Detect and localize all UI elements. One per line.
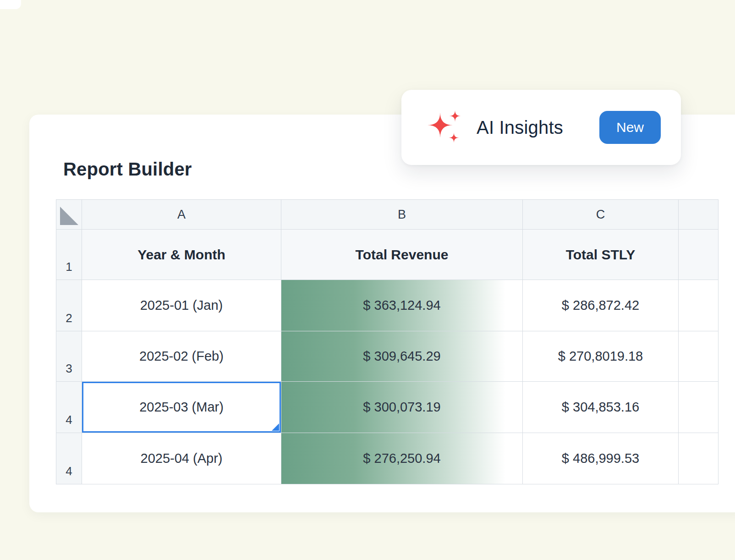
cell-B2[interactable]: $ 363,124.94: [281, 280, 523, 331]
cell-B5[interactable]: $ 276,250.94: [281, 433, 523, 484]
cell-B4[interactable]: $ 300,073.19: [281, 382, 523, 433]
cell-C5[interactable]: $ 486,999.53: [523, 433, 679, 484]
spreadsheet: A B C 1 Year & Month Total Revenue Total…: [56, 199, 719, 484]
ai-insights-label: AI Insights: [477, 117, 563, 138]
row-header-5[interactable]: 4: [56, 433, 82, 484]
cell-C4[interactable]: $ 304,853.16: [523, 382, 679, 433]
row-header-2[interactable]: 2: [56, 280, 82, 331]
report-builder-card: Report Builder A B C 1 Year & Month Tota…: [29, 115, 735, 512]
cell-C1[interactable]: Total STLY: [523, 230, 679, 280]
page-title: Report Builder: [63, 159, 192, 180]
new-badge: New: [599, 111, 661, 144]
cell-A3[interactable]: 2025-02 (Feb): [82, 331, 281, 382]
sparkles-icon: [425, 109, 462, 146]
cell-A1[interactable]: Year & Month: [82, 230, 281, 280]
cell-D1[interactable]: [679, 230, 719, 280]
cell-A2[interactable]: 2025-01 (Jan): [82, 280, 281, 331]
top-left-card-corner: [0, 0, 21, 9]
cell-A4-selected[interactable]: 2025-03 (Mar): [82, 382, 281, 433]
cell-B1[interactable]: Total Revenue: [281, 230, 523, 280]
select-all-triangle-icon: [60, 207, 78, 225]
column-header-d-partial[interactable]: [679, 200, 719, 230]
cell-D5[interactable]: [679, 433, 719, 484]
cell-B3[interactable]: $ 309,645.29: [281, 331, 523, 382]
row-header-4[interactable]: 4: [56, 382, 82, 433]
select-all-corner[interactable]: [56, 200, 82, 230]
cell-C2[interactable]: $ 286,872.42: [523, 280, 679, 331]
cell-D3[interactable]: [679, 331, 719, 382]
fill-handle[interactable]: [272, 423, 279, 431]
cell-A5[interactable]: 2025-04 (Apr): [82, 433, 281, 484]
ai-insights-card[interactable]: AI Insights New: [401, 90, 681, 165]
row-header-1[interactable]: 1: [56, 230, 82, 280]
column-header-b[interactable]: B: [281, 200, 523, 230]
row-header-3[interactable]: 3: [56, 331, 82, 382]
cell-D4[interactable]: [679, 382, 719, 433]
column-header-a[interactable]: A: [82, 200, 281, 230]
column-header-c[interactable]: C: [523, 200, 679, 230]
cell-C3[interactable]: $ 270,8019.18: [523, 331, 679, 382]
cell-D2[interactable]: [679, 280, 719, 331]
